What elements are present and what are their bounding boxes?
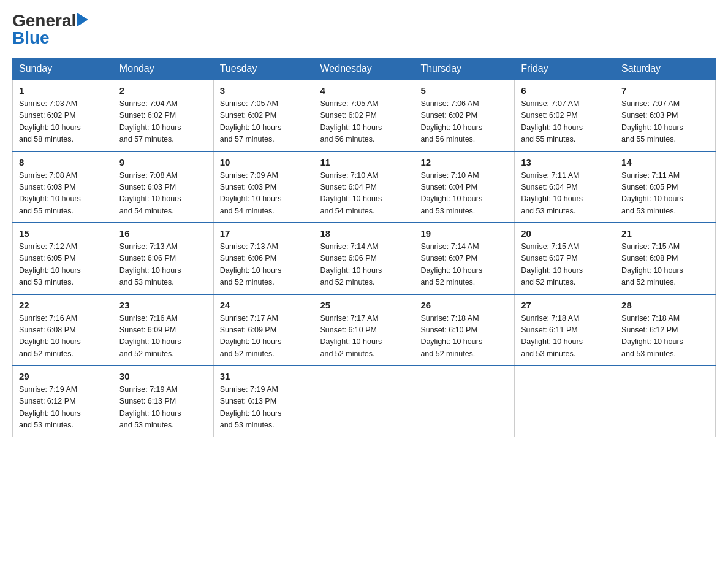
calendar-cell: 11Sunrise: 7:10 AMSunset: 6:04 PMDayligh…: [314, 151, 414, 223]
day-number: 10: [220, 157, 308, 167]
day-number: 16: [119, 228, 207, 239]
calendar-cell: 9Sunrise: 7:08 AMSunset: 6:03 PMDaylight…: [113, 151, 213, 223]
day-number: 5: [420, 85, 508, 96]
calendar-cell: 23Sunrise: 7:16 AMSunset: 6:09 PMDayligh…: [113, 294, 213, 366]
day-number: 13: [521, 157, 609, 167]
day-info: Sunrise: 7:03 AMSunset: 6:02 PMDaylight:…: [19, 98, 107, 146]
calendar-cell: 15Sunrise: 7:12 AMSunset: 6:05 PMDayligh…: [13, 223, 113, 294]
calendar-cell: [414, 366, 515, 437]
day-info: Sunrise: 7:19 AMSunset: 6:12 PMDaylight:…: [19, 384, 107, 432]
header-sunday: Sunday: [13, 58, 113, 80]
day-number: 19: [420, 228, 508, 239]
day-info: Sunrise: 7:19 AMSunset: 6:13 PMDaylight:…: [220, 384, 308, 432]
day-number: 2: [119, 85, 207, 96]
day-info: Sunrise: 7:15 AMSunset: 6:07 PMDaylight:…: [521, 241, 609, 289]
day-number: 15: [19, 228, 107, 239]
day-info: Sunrise: 7:10 AMSunset: 6:04 PMDaylight:…: [420, 170, 508, 218]
header-tuesday: Tuesday: [213, 58, 314, 80]
day-number: 8: [19, 157, 107, 167]
calendar-cell: 24Sunrise: 7:17 AMSunset: 6:09 PMDayligh…: [213, 294, 314, 366]
calendar-cell: 8Sunrise: 7:08 AMSunset: 6:03 PMDaylight…: [13, 151, 113, 223]
day-number: 11: [320, 157, 408, 167]
calendar-table: SundayMondayTuesdayWednesdayThursdayFrid…: [12, 58, 716, 437]
day-number: 12: [420, 157, 508, 167]
day-info: Sunrise: 7:08 AMSunset: 6:03 PMDaylight:…: [19, 170, 107, 218]
day-info: Sunrise: 7:05 AMSunset: 6:02 PMDaylight:…: [320, 98, 408, 146]
day-number: 20: [521, 228, 609, 239]
day-info: Sunrise: 7:14 AMSunset: 6:07 PMDaylight:…: [420, 241, 508, 289]
day-number: 23: [119, 300, 207, 310]
day-number: 4: [320, 85, 408, 96]
day-info: Sunrise: 7:10 AMSunset: 6:04 PMDaylight:…: [320, 170, 408, 218]
day-info: Sunrise: 7:13 AMSunset: 6:06 PMDaylight:…: [119, 241, 207, 289]
day-number: 30: [119, 371, 207, 381]
day-number: 24: [220, 300, 308, 310]
day-info: Sunrise: 7:12 AMSunset: 6:05 PMDaylight:…: [19, 241, 107, 289]
day-info: Sunrise: 7:11 AMSunset: 6:05 PMDaylight:…: [621, 170, 709, 218]
day-number: 14: [621, 157, 709, 167]
day-info: Sunrise: 7:15 AMSunset: 6:08 PMDaylight:…: [621, 241, 709, 289]
calendar-cell: 17Sunrise: 7:13 AMSunset: 6:06 PMDayligh…: [213, 223, 314, 294]
calendar-cell: 7Sunrise: 7:07 AMSunset: 6:03 PMDaylight…: [615, 80, 716, 151]
calendar-cell: [515, 366, 615, 437]
calendar-cell: 16Sunrise: 7:13 AMSunset: 6:06 PMDayligh…: [113, 223, 213, 294]
day-info: Sunrise: 7:16 AMSunset: 6:08 PMDaylight:…: [19, 313, 107, 361]
day-number: 3: [220, 85, 308, 96]
day-number: 1: [19, 85, 107, 96]
calendar-cell: 29Sunrise: 7:19 AMSunset: 6:12 PMDayligh…: [13, 366, 113, 437]
calendar-cell: 4Sunrise: 7:05 AMSunset: 6:02 PMDaylight…: [314, 80, 414, 151]
calendar-week-row: 8Sunrise: 7:08 AMSunset: 6:03 PMDaylight…: [13, 151, 716, 223]
logo-triangle-icon: [77, 13, 88, 26]
calendar-week-row: 15Sunrise: 7:12 AMSunset: 6:05 PMDayligh…: [13, 223, 716, 294]
day-number: 31: [220, 371, 308, 381]
day-info: Sunrise: 7:19 AMSunset: 6:13 PMDaylight:…: [119, 384, 207, 432]
calendar-cell: 19Sunrise: 7:14 AMSunset: 6:07 PMDayligh…: [414, 223, 515, 294]
header-friday: Friday: [515, 58, 615, 80]
logo: General Blue: [12, 12, 88, 47]
day-info: Sunrise: 7:11 AMSunset: 6:04 PMDaylight:…: [521, 170, 609, 218]
header-wednesday: Wednesday: [314, 58, 414, 80]
day-info: Sunrise: 7:13 AMSunset: 6:06 PMDaylight:…: [220, 241, 308, 289]
day-info: Sunrise: 7:17 AMSunset: 6:09 PMDaylight:…: [220, 313, 308, 361]
day-number: 26: [420, 300, 508, 310]
day-info: Sunrise: 7:06 AMSunset: 6:02 PMDaylight:…: [420, 98, 508, 146]
calendar-cell: 2Sunrise: 7:04 AMSunset: 6:02 PMDaylight…: [113, 80, 213, 151]
calendar-cell: 20Sunrise: 7:15 AMSunset: 6:07 PMDayligh…: [515, 223, 615, 294]
logo-blue: Blue: [12, 28, 50, 47]
calendar-week-row: 22Sunrise: 7:16 AMSunset: 6:08 PMDayligh…: [13, 294, 716, 366]
calendar-cell: 27Sunrise: 7:18 AMSunset: 6:11 PMDayligh…: [515, 294, 615, 366]
day-number: 17: [220, 228, 308, 239]
day-info: Sunrise: 7:14 AMSunset: 6:06 PMDaylight:…: [320, 241, 408, 289]
header-thursday: Thursday: [414, 58, 515, 80]
day-number: 9: [119, 157, 207, 167]
calendar-cell: 3Sunrise: 7:05 AMSunset: 6:02 PMDaylight…: [213, 80, 314, 151]
day-number: 25: [320, 300, 408, 310]
day-number: 21: [621, 228, 709, 239]
calendar-cell: 28Sunrise: 7:18 AMSunset: 6:12 PMDayligh…: [615, 294, 716, 366]
svg-marker-0: [77, 13, 88, 26]
calendar-cell: 18Sunrise: 7:14 AMSunset: 6:06 PMDayligh…: [314, 223, 414, 294]
calendar-cell: 22Sunrise: 7:16 AMSunset: 6:08 PMDayligh…: [13, 294, 113, 366]
day-info: Sunrise: 7:07 AMSunset: 6:02 PMDaylight:…: [521, 98, 609, 146]
calendar-cell: 6Sunrise: 7:07 AMSunset: 6:02 PMDaylight…: [515, 80, 615, 151]
logo-general: General: [12, 12, 76, 29]
calendar-cell: 30Sunrise: 7:19 AMSunset: 6:13 PMDayligh…: [113, 366, 213, 437]
day-info: Sunrise: 7:18 AMSunset: 6:12 PMDaylight:…: [621, 313, 709, 361]
header-saturday: Saturday: [615, 58, 716, 80]
day-number: 7: [621, 85, 709, 96]
day-info: Sunrise: 7:18 AMSunset: 6:11 PMDaylight:…: [521, 313, 609, 361]
calendar-cell: [615, 366, 716, 437]
day-info: Sunrise: 7:07 AMSunset: 6:03 PMDaylight:…: [621, 98, 709, 146]
calendar-cell: 25Sunrise: 7:17 AMSunset: 6:10 PMDayligh…: [314, 294, 414, 366]
day-info: Sunrise: 7:05 AMSunset: 6:02 PMDaylight:…: [220, 98, 308, 146]
calendar-week-row: 1Sunrise: 7:03 AMSunset: 6:02 PMDaylight…: [13, 80, 716, 151]
calendar-cell: 14Sunrise: 7:11 AMSunset: 6:05 PMDayligh…: [615, 151, 716, 223]
calendar-cell: 26Sunrise: 7:18 AMSunset: 6:10 PMDayligh…: [414, 294, 515, 366]
header: General Blue: [12, 12, 716, 47]
calendar-cell: 21Sunrise: 7:15 AMSunset: 6:08 PMDayligh…: [615, 223, 716, 294]
calendar-header-row: SundayMondayTuesdayWednesdayThursdayFrid…: [13, 58, 716, 80]
calendar-cell: 31Sunrise: 7:19 AMSunset: 6:13 PMDayligh…: [213, 366, 314, 437]
calendar-cell: [314, 366, 414, 437]
calendar-cell: 13Sunrise: 7:11 AMSunset: 6:04 PMDayligh…: [515, 151, 615, 223]
day-info: Sunrise: 7:08 AMSunset: 6:03 PMDaylight:…: [119, 170, 207, 218]
